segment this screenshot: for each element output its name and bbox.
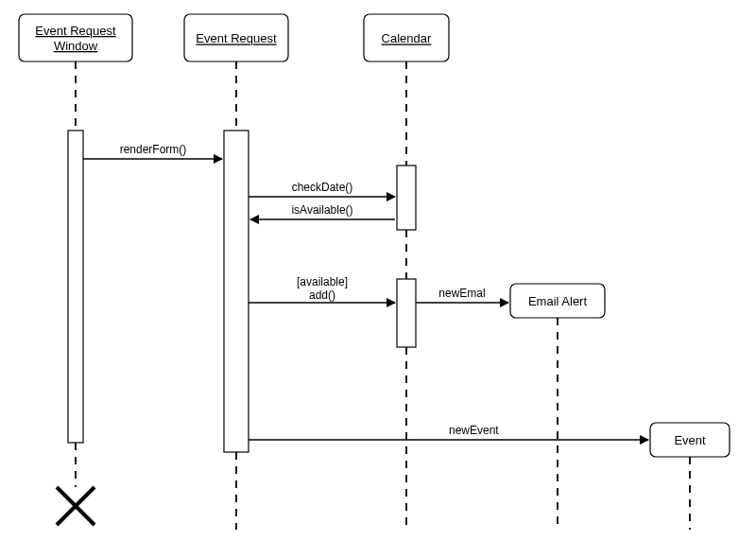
message-label: add() bbox=[309, 288, 335, 302]
message-guard: [available] bbox=[297, 275, 348, 288]
svg-rect-4 bbox=[68, 131, 83, 443]
lifeline-label: Window bbox=[54, 39, 98, 53]
svg-rect-14 bbox=[397, 166, 416, 230]
object-label: Event bbox=[674, 433, 706, 447]
lifeline-label: Event Request bbox=[196, 31, 277, 45]
message-label: isAvailable() bbox=[291, 203, 352, 217]
message-renderform: renderForm() bbox=[83, 143, 222, 159]
svg-text:Event Request: Event Request bbox=[35, 24, 116, 38]
lifeline-event-request: Event Request bbox=[184, 14, 288, 530]
lifeline-label: Calendar bbox=[382, 31, 432, 45]
sequence-diagram: Event Request Window Event Request Calen… bbox=[0, 0, 756, 541]
object-label: Email Alert bbox=[528, 294, 588, 308]
message-label: checkDate() bbox=[292, 181, 353, 194]
lifeline-label: Event Request bbox=[35, 24, 116, 38]
lifeline-calendar: Calendar bbox=[364, 14, 449, 530]
destruction-x-icon bbox=[57, 487, 94, 525]
message-add: [available] add() bbox=[249, 275, 395, 303]
svg-rect-16 bbox=[397, 279, 416, 347]
object-email-alert: Email Alert bbox=[510, 284, 605, 530]
object-event: Event bbox=[650, 423, 730, 530]
message-checkdate: checkDate() bbox=[249, 181, 395, 197]
message-newemal: newEmal bbox=[416, 287, 508, 303]
svg-rect-10 bbox=[224, 131, 249, 452]
message-isavailable: isAvailable() bbox=[250, 203, 395, 219]
message-label: renderForm() bbox=[120, 143, 187, 156]
lifeline-event-request-window: Event Request Window bbox=[19, 14, 132, 525]
message-newevent: newEvent bbox=[249, 424, 648, 440]
message-label: newEvent bbox=[449, 424, 499, 437]
message-label: newEmal bbox=[438, 287, 485, 300]
svg-text:Window: Window bbox=[54, 39, 98, 53]
